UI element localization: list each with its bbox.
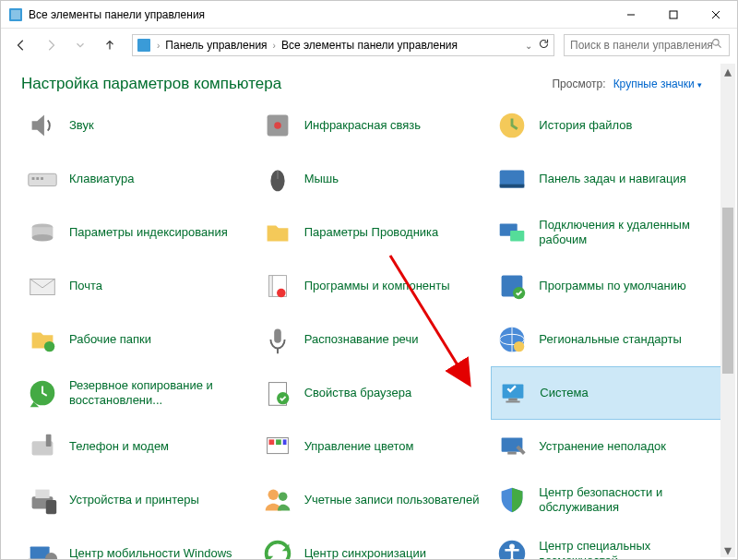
control-panel-item[interactable]: Распознавание речи bbox=[256, 313, 492, 366]
svg-rect-46 bbox=[268, 439, 274, 445]
view-by-label: Просмотр: bbox=[552, 77, 605, 90]
control-panel-item[interactable]: Инфракрасная связь bbox=[256, 99, 492, 152]
remote-desktop-icon bbox=[493, 213, 531, 252]
items-grid: ЗвукИнфракрасная связьИстория файловКлав… bbox=[21, 99, 726, 559]
security-center-icon bbox=[493, 481, 531, 519]
control-panel-item[interactable]: Параметры индексирования bbox=[21, 206, 256, 259]
vertical-scrollbar[interactable]: ▴ ▾ bbox=[720, 64, 735, 557]
work-folders-icon bbox=[23, 320, 62, 359]
item-label: Управление цветом bbox=[304, 439, 414, 454]
item-label: Программы и компоненты bbox=[304, 279, 450, 293]
scroll-up-button[interactable]: ▴ bbox=[720, 64, 735, 78]
programs-icon bbox=[258, 267, 297, 305]
scrollbar-track[interactable] bbox=[720, 78, 735, 542]
svg-line-8 bbox=[718, 44, 720, 47]
control-panel-item[interactable]: Почта bbox=[21, 259, 256, 313]
minimize-button[interactable] bbox=[610, 1, 652, 28]
refresh-icon[interactable] bbox=[538, 38, 550, 53]
svg-rect-40 bbox=[503, 385, 524, 399]
svg-point-31 bbox=[44, 341, 54, 351]
control-panel-item[interactable]: История файлов bbox=[491, 99, 726, 152]
search-input[interactable] bbox=[570, 39, 723, 52]
item-label: Панель задач и навигация bbox=[539, 172, 686, 186]
svg-rect-13 bbox=[32, 177, 35, 180]
forward-button[interactable] bbox=[38, 32, 64, 58]
svg-rect-53 bbox=[46, 500, 56, 514]
control-panel-item[interactable]: Подключения к удаленным рабочим bbox=[491, 206, 726, 259]
content-header: Настройка параметров компьютера Просмотр… bbox=[21, 75, 726, 93]
svg-point-28 bbox=[277, 289, 286, 298]
scrollbar-thumb[interactable] bbox=[722, 208, 733, 374]
svg-rect-41 bbox=[509, 399, 518, 401]
chevron-right-icon: › bbox=[273, 41, 276, 51]
control-panel-item[interactable]: Рабочие папки bbox=[21, 313, 256, 366]
maximize-button[interactable] bbox=[652, 1, 695, 28]
control-panel-item[interactable]: Центр мобильности Windows bbox=[21, 527, 256, 559]
item-label: Рабочие папки bbox=[69, 332, 151, 347]
control-panel-item[interactable]: Панель задач и навигация bbox=[491, 152, 726, 206]
item-label: Центр специальных возможностей bbox=[539, 539, 720, 559]
control-panel-item[interactable]: Центр синхронизации bbox=[256, 527, 492, 559]
control-panel-icon bbox=[8, 7, 23, 22]
svg-rect-48 bbox=[282, 439, 286, 445]
control-panel-item[interactable]: Программы и компоненты bbox=[256, 259, 492, 313]
item-label: Резервное копирование и восстановлени... bbox=[69, 378, 251, 409]
control-panel-small-icon bbox=[137, 38, 151, 53]
breadcrumb-root[interactable]: Панель управления bbox=[165, 39, 267, 52]
close-button[interactable] bbox=[695, 1, 737, 28]
svg-rect-3 bbox=[670, 11, 677, 18]
mail-icon bbox=[23, 267, 62, 305]
control-panel-item[interactable]: Учетные записи пользователей bbox=[256, 473, 492, 527]
item-label: Параметры индексирования bbox=[69, 225, 228, 240]
control-panel-item[interactable]: Центр безопасности и обслуживания bbox=[491, 473, 726, 527]
item-label: Центр синхронизации bbox=[304, 546, 426, 559]
svg-rect-52 bbox=[35, 490, 49, 499]
item-label: Подключения к удаленным рабочим bbox=[539, 218, 720, 248]
control-panel-item[interactable]: Региональные стандарты bbox=[491, 313, 726, 366]
scroll-down-button[interactable]: ▾ bbox=[720, 542, 735, 557]
svg-point-61 bbox=[509, 544, 515, 550]
address-bar[interactable]: › Панель управления › Все элементы панел… bbox=[132, 34, 554, 56]
back-button[interactable] bbox=[8, 32, 34, 58]
chevron-down-icon: ▾ bbox=[697, 80, 702, 89]
control-panel-item[interactable]: Параметры Проводника bbox=[256, 206, 492, 259]
svg-point-36 bbox=[514, 341, 524, 351]
control-panel-item[interactable]: Свойства браузера bbox=[256, 366, 492, 420]
item-label: Устранение неполадок bbox=[539, 439, 666, 454]
recent-locations-button[interactable] bbox=[67, 32, 93, 58]
item-label: История файлов bbox=[539, 118, 632, 133]
up-button[interactable] bbox=[97, 32, 123, 58]
control-panel-item[interactable]: Звук bbox=[21, 99, 256, 152]
control-panel-item[interactable]: Клавиатура bbox=[21, 152, 256, 206]
view-by-dropdown[interactable]: Крупные значки ▾ bbox=[613, 77, 702, 90]
svg-point-22 bbox=[32, 234, 54, 242]
control-panel-item[interactable]: Резервное копирование и восстановлени... bbox=[21, 366, 256, 420]
svg-rect-19 bbox=[500, 185, 525, 188]
view-by-control: Просмотр: Крупные значки ▾ bbox=[552, 77, 702, 90]
troubleshoot-icon bbox=[493, 427, 531, 466]
search-icon bbox=[711, 38, 723, 53]
control-panel-item[interactable]: Устранение неполадок bbox=[491, 420, 726, 473]
control-panel-item[interactable]: Мышь bbox=[256, 152, 492, 206]
explorer-options-icon bbox=[258, 213, 297, 252]
users-icon bbox=[258, 481, 297, 519]
control-panel-item[interactable]: Программы по умолчанию bbox=[491, 259, 726, 313]
item-label: Центр безопасности и обслуживания bbox=[539, 485, 720, 516]
titlebar: Все элементы панели управления bbox=[1, 1, 737, 29]
control-panel-item[interactable]: Система bbox=[491, 366, 726, 420]
control-panel-item[interactable]: Центр специальных возможностей bbox=[491, 527, 726, 559]
search-box[interactable] bbox=[564, 34, 730, 56]
control-panel-item[interactable]: Устройства и принтеры bbox=[21, 473, 256, 527]
speech-icon bbox=[258, 320, 297, 359]
default-programs-icon bbox=[493, 267, 531, 305]
control-panel-item[interactable]: Телефон и модем bbox=[21, 420, 256, 473]
item-label: Параметры Проводника bbox=[304, 225, 439, 240]
control-panel-item[interactable]: Управление цветом bbox=[256, 420, 492, 473]
item-label: Центр мобильности Windows bbox=[69, 546, 232, 559]
breadcrumb-current[interactable]: Все элементы панели управления bbox=[281, 39, 458, 52]
mobility-icon bbox=[23, 534, 62, 559]
page-title: Настройка параметров компьютера bbox=[21, 75, 281, 93]
item-label: Телефон и модем bbox=[69, 439, 169, 454]
phone-modem-icon bbox=[23, 427, 62, 466]
chevron-down-icon[interactable]: ⌄ bbox=[525, 41, 532, 51]
